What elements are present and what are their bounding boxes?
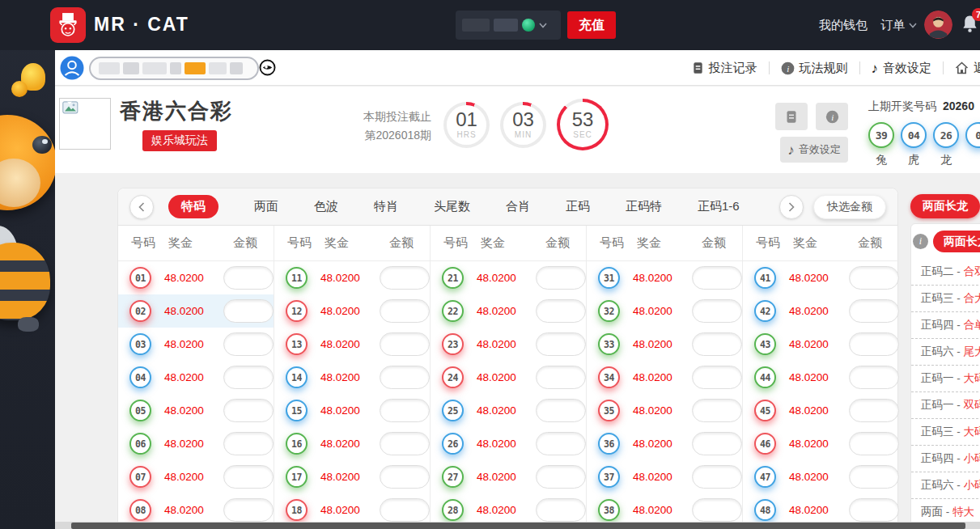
- bet-cell-43[interactable]: 4348.0200: [743, 328, 899, 361]
- quick-amount-button[interactable]: 快选金额: [813, 195, 886, 219]
- bet-cell-34[interactable]: 3448.0200: [587, 361, 742, 394]
- amount-input-41[interactable]: [849, 266, 899, 290]
- my-wallet-link[interactable]: 我的钱包: [819, 18, 868, 33]
- bet-type-tab[interactable]: 合肖: [506, 199, 530, 214]
- bet-cell-26[interactable]: 2648.0200: [431, 427, 586, 460]
- streak-item[interactable]: 正码三 - 合大: [911, 286, 980, 312]
- amount-input-38[interactable]: [692, 498, 742, 522]
- amount-input-44[interactable]: [849, 366, 899, 389]
- toggle-visibility-eye-icon[interactable]: [259, 59, 276, 76]
- bet-cell-27[interactable]: 2748.0200: [431, 460, 586, 493]
- refresh-balance-icon[interactable]: [522, 19, 535, 32]
- amount-input-36[interactable]: [692, 432, 742, 455]
- amount-input-08[interactable]: [223, 498, 274, 522]
- amount-input-13[interactable]: [380, 332, 430, 356]
- bet-type-tab[interactable]: 两面: [254, 199, 278, 214]
- amount-input-18[interactable]: [380, 498, 430, 522]
- bet-type-tab[interactable]: 特码: [168, 195, 218, 218]
- bet-type-tab[interactable]: 正码1-6: [698, 199, 740, 214]
- bet-record-button[interactable]: [775, 103, 808, 130]
- bet-cell-31[interactable]: 3148.0200: [587, 261, 742, 294]
- tabs-next-button[interactable]: [779, 195, 804, 219]
- mrcat-logo-icon[interactable]: [50, 7, 86, 43]
- amount-input-05[interactable]: [223, 399, 274, 422]
- amount-input-11[interactable]: [380, 266, 430, 290]
- amount-input-07[interactable]: [223, 465, 274, 489]
- amount-input-27[interactable]: [536, 465, 586, 489]
- tabs-prev-button[interactable]: [129, 195, 154, 219]
- bet-cell-15[interactable]: 1548.0200: [274, 394, 430, 427]
- amount-input-26[interactable]: [536, 432, 586, 455]
- bet-cell-46[interactable]: 4648.0200: [743, 427, 899, 460]
- amount-input-46[interactable]: [849, 432, 899, 455]
- bet-cell-32[interactable]: 3248.0200: [587, 294, 742, 328]
- amount-input-23[interactable]: [536, 332, 586, 356]
- bet-cell-33[interactable]: 3348.0200: [587, 328, 742, 361]
- bet-cell-42[interactable]: 4248.0200: [743, 294, 899, 328]
- amount-input-16[interactable]: [380, 432, 430, 455]
- bet-cell-44[interactable]: 4448.0200: [743, 361, 899, 394]
- bet-cell-22[interactable]: 2248.0200: [431, 294, 586, 328]
- amount-input-03[interactable]: [223, 332, 274, 356]
- bet-cell-37[interactable]: 3748.0200: [587, 460, 742, 493]
- streak-item[interactable]: 正码六 - 尾大: [911, 339, 980, 366]
- bet-cell-16[interactable]: 1648.0200: [274, 427, 430, 460]
- orders-link[interactable]: 订单: [880, 18, 917, 33]
- bet-cell-05[interactable]: 0548.0200: [118, 394, 274, 427]
- bet-cell-23[interactable]: 2348.0200: [431, 328, 586, 361]
- bet-cell-14[interactable]: 1448.0200: [274, 361, 430, 394]
- bet-cell-17[interactable]: 1748.0200: [274, 460, 430, 493]
- bet-cell-41[interactable]: 4148.0200: [743, 261, 899, 294]
- amount-input-21[interactable]: [536, 266, 586, 290]
- amount-input-43[interactable]: [849, 332, 899, 356]
- bet-cell-11[interactable]: 1148.0200: [274, 261, 430, 294]
- amount-input-48[interactable]: [849, 498, 899, 522]
- amount-input-32[interactable]: [692, 299, 742, 323]
- userbar-menu-item[interactable]: ♪音效设定: [872, 61, 932, 76]
- amount-input-12[interactable]: [380, 299, 430, 323]
- amount-input-22[interactable]: [536, 299, 586, 323]
- streak-item[interactable]: 正码三 - 大码: [911, 419, 980, 446]
- amount-input-15[interactable]: [380, 399, 430, 422]
- bet-cell-06[interactable]: 0648.0200: [118, 427, 274, 460]
- amount-input-06[interactable]: [223, 432, 274, 455]
- bet-cell-12[interactable]: 1248.0200: [274, 294, 430, 328]
- amount-input-35[interactable]: [692, 399, 742, 422]
- bet-cell-03[interactable]: 0348.0200: [118, 328, 274, 361]
- amount-input-47[interactable]: [849, 465, 899, 489]
- streak-item[interactable]: 正码四 - 合单: [911, 312, 980, 339]
- amount-input-45[interactable]: [849, 399, 899, 422]
- amount-input-37[interactable]: [692, 465, 742, 489]
- amount-input-31[interactable]: [692, 266, 742, 290]
- balance-display[interactable]: [456, 11, 561, 40]
- bet-cell-07[interactable]: 0748.0200: [118, 460, 274, 493]
- bet-cell-04[interactable]: 0448.0200: [118, 361, 274, 394]
- bet-cell-24[interactable]: 2448.0200: [431, 361, 586, 394]
- bet-cell-35[interactable]: 3548.0200: [587, 394, 742, 427]
- amount-input-34[interactable]: [692, 366, 742, 389]
- scrollbar-thumb[interactable]: [71, 523, 965, 529]
- horizontal-scrollbar[interactable]: [55, 522, 980, 529]
- bet-cell-25[interactable]: 2548.0200: [431, 394, 586, 427]
- userbar-menu-item[interactable]: i玩法规则: [781, 61, 848, 76]
- amount-input-33[interactable]: [692, 332, 742, 356]
- info-icon[interactable]: i: [913, 234, 928, 249]
- bet-cell-21[interactable]: 2148.0200: [431, 261, 586, 294]
- sound-settings-button[interactable]: ♪ 音效设定: [780, 137, 848, 163]
- amount-input-25[interactable]: [536, 399, 586, 422]
- bet-type-tab[interactable]: 特肖: [374, 199, 398, 214]
- bet-cell-01[interactable]: 0148.0200: [118, 261, 274, 294]
- streak-item[interactable]: 正码一 - 大码: [911, 366, 980, 392]
- bet-cell-36[interactable]: 3648.0200: [587, 427, 742, 460]
- avatar[interactable]: [924, 11, 952, 39]
- userbar-menu-item[interactable]: 投注记录: [692, 61, 757, 76]
- amount-input-42[interactable]: [849, 299, 899, 323]
- amount-input-28[interactable]: [536, 498, 586, 522]
- bet-cell-02[interactable]: 0248.0200: [118, 294, 274, 328]
- bet-cell-13[interactable]: 1348.0200: [274, 328, 430, 361]
- streak-item[interactable]: 正码一 - 双码: [911, 392, 980, 419]
- amount-input-14[interactable]: [380, 366, 430, 389]
- bet-type-tab[interactable]: 色波: [314, 199, 338, 214]
- amount-input-17[interactable]: [380, 465, 430, 489]
- bet-type-tab[interactable]: 正码: [566, 199, 590, 214]
